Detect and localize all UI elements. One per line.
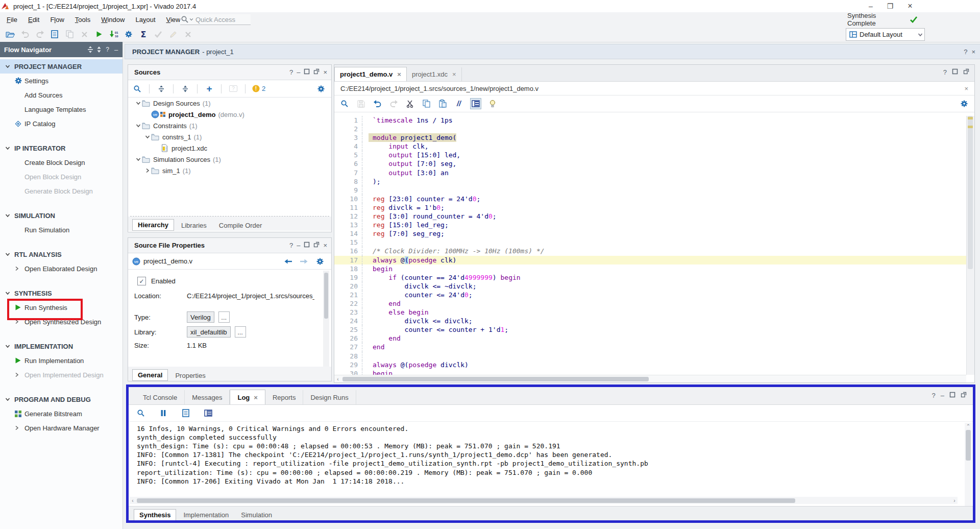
minimize-icon[interactable]: – — [297, 68, 300, 76]
gear-icon[interactable] — [315, 256, 325, 267]
flow-section-implementation[interactable]: IMPLEMENTATION — [0, 339, 122, 353]
flow-section-synthesis[interactable]: SYNTHESIS — [0, 286, 122, 300]
flow-item-open-synthesized-design[interactable]: Open Synthesized Design — [0, 315, 122, 329]
maximize-icon[interactable] — [304, 242, 310, 249]
lightbulb-icon[interactable] — [487, 99, 498, 109]
code-line-14[interactable]: 14reg [7:0] seg_reg; — [334, 229, 966, 238]
properties-vscrollbar[interactable]: ⌄ — [323, 271, 329, 373]
maximize-icon[interactable] — [949, 392, 955, 398]
tab-properties[interactable]: Properties — [170, 370, 210, 381]
tab-compile-order[interactable]: Compile Order — [214, 220, 267, 231]
help-icon[interactable]: ? — [103, 45, 112, 54]
code-area[interactable]: 1`timescale 1ns / 1ps23module project1_d… — [334, 116, 966, 375]
pause-icon[interactable] — [158, 408, 168, 418]
tab-general[interactable]: General — [132, 369, 168, 381]
help-icon[interactable]: ? — [289, 68, 293, 76]
search-icon[interactable] — [136, 408, 146, 418]
code-line-24[interactable]: 24 divclk <= divclk; — [334, 317, 966, 325]
editor-tab-project1_demo.v[interactable]: project1_demo.v× — [334, 67, 407, 81]
code-line-18[interactable]: 18begin — [334, 264, 966, 273]
tree-item-project1.xdc[interactable]: project1.xdc — [128, 142, 331, 154]
tree-item-constrs_1[interactable]: constrs_1(1) — [128, 131, 331, 142]
tab-simulation[interactable]: Simulation — [236, 510, 277, 520]
close-icon[interactable]: × — [254, 394, 258, 401]
browse-button[interactable]: ... — [218, 311, 230, 323]
code-line-30[interactable]: 30begin — [334, 369, 966, 375]
flow-item-ip-catalog[interactable]: IP Catalog — [0, 116, 122, 131]
float-icon[interactable] — [313, 242, 320, 249]
code-line-5[interactable]: 5 output [15:0] led, — [334, 151, 966, 159]
code-line-1[interactable]: 1`timescale 1ns / 1ps — [334, 116, 966, 125]
enabled-checkbox[interactable]: ✓ — [137, 277, 146, 285]
add-sources-icon[interactable]: + — [204, 84, 214, 94]
comment-icon[interactable]: // — [454, 99, 464, 109]
flow-item-run-simulation[interactable]: Run Simulation — [0, 223, 122, 237]
copy-log-icon[interactable] — [181, 408, 191, 418]
report-icon[interactable] — [50, 29, 60, 39]
window-maximize-button[interactable]: ❐ — [881, 0, 899, 12]
settings-icon[interactable] — [124, 29, 134, 39]
close-icon[interactable]: × — [323, 68, 327, 76]
code-line-10[interactable]: 10reg [23:0] counter = 24'd0; — [334, 195, 966, 203]
layout-selector[interactable]: Default Layout — [846, 28, 925, 41]
code-line-15[interactable]: 15 — [334, 238, 966, 247]
float-icon[interactable] — [313, 68, 320, 76]
back-arrow-icon[interactable] — [283, 256, 293, 267]
code-line-3[interactable]: 3module project1_demo( — [334, 133, 966, 142]
columns-icon[interactable] — [203, 408, 213, 418]
copy-icon[interactable] — [421, 99, 431, 109]
flow-item-language-templates[interactable]: Language Templates — [0, 102, 122, 116]
flow-item-add-sources[interactable]: Add Sources — [0, 88, 122, 102]
expand-all-icon[interactable] — [180, 84, 190, 94]
run-icon[interactable] — [94, 29, 104, 39]
log-tab-messages[interactable]: Messages — [185, 390, 230, 404]
menu-flow[interactable]: Flow — [50, 16, 64, 23]
menu-window[interactable]: Window — [101, 16, 125, 23]
collapse-all-icon[interactable] — [86, 45, 94, 54]
cut-icon[interactable] — [405, 99, 415, 109]
minimize-icon[interactable]: – — [941, 392, 944, 399]
help-icon[interactable]: ? — [932, 392, 936, 399]
tree-item-simulation sources[interactable]: Simulation Sources(1) — [128, 154, 331, 165]
gear-icon[interactable] — [316, 84, 326, 94]
property-value-box[interactable]: xil_defaultlib — [187, 326, 231, 338]
chevron-down-icon[interactable] — [144, 134, 151, 139]
menu-layout[interactable]: Layout — [135, 16, 155, 23]
collapse-all-icon[interactable] — [156, 84, 166, 94]
editor-vscrollbar[interactable] — [966, 116, 974, 375]
minimize-icon[interactable]: – — [112, 45, 120, 54]
chevron-down-icon[interactable] — [135, 157, 141, 162]
editor-hscrollbar[interactable]: ‹ — [334, 375, 966, 382]
maximize-icon[interactable] — [952, 68, 958, 75]
float-icon[interactable] — [963, 68, 969, 75]
close-icon[interactable]: × — [452, 70, 456, 78]
flow-section-simulation[interactable]: SIMULATION — [0, 208, 122, 223]
code-line-2[interactable]: 2 — [334, 125, 966, 133]
log-hscrollbar[interactable]: ‹ › — [130, 497, 958, 504]
code-line-22[interactable]: 22 end — [334, 299, 966, 308]
code-line-9[interactable]: 9 — [334, 186, 966, 195]
paste-icon[interactable] — [437, 99, 448, 109]
columns-icon[interactable] — [470, 98, 481, 109]
code-line-11[interactable]: 11reg divclk = 1'b0; — [334, 203, 966, 212]
code-line-25[interactable]: 25 counter <= counter + 1'd1; — [334, 325, 966, 334]
tree-item-sim_1[interactable]: sim_1(1) — [128, 165, 331, 176]
code-line-17[interactable]: 17always @(posedge clk) — [334, 256, 966, 264]
code-line-8[interactable]: 8); — [334, 177, 966, 186]
tree-item-constraints[interactable]: Constraints(1) — [128, 120, 331, 131]
code-line-23[interactable]: 23 else begin — [334, 308, 966, 317]
flow-item-open-elaborated-design[interactable]: Open Elaborated Design — [0, 261, 122, 276]
search-icon[interactable] — [132, 84, 142, 94]
log-vscrollbar[interactable]: ⌃ — [965, 423, 972, 508]
quick-access-search[interactable]: Quick Access — [180, 14, 251, 25]
code-line-28[interactable]: 28 — [334, 352, 966, 360]
code-line-12[interactable]: 12reg [3:0] round_counter = 4'd0; — [334, 212, 966, 221]
tree-item-design sources[interactable]: Design Sources(1) — [128, 98, 331, 109]
code-line-20[interactable]: 20 divclk <= ~divclk; — [334, 282, 966, 291]
forward-arrow-icon[interactable] — [299, 256, 309, 267]
sort-icon[interactable] — [94, 45, 103, 54]
browse-button[interactable]: ... — [235, 326, 246, 338]
log-output[interactable]: 16 Infos, 10 Warnings, 0 Critical Warnin… — [129, 422, 973, 498]
search-icon[interactable] — [339, 99, 350, 109]
flow-section-rtl-analysis[interactable]: RTL ANALYSIS — [0, 247, 122, 261]
